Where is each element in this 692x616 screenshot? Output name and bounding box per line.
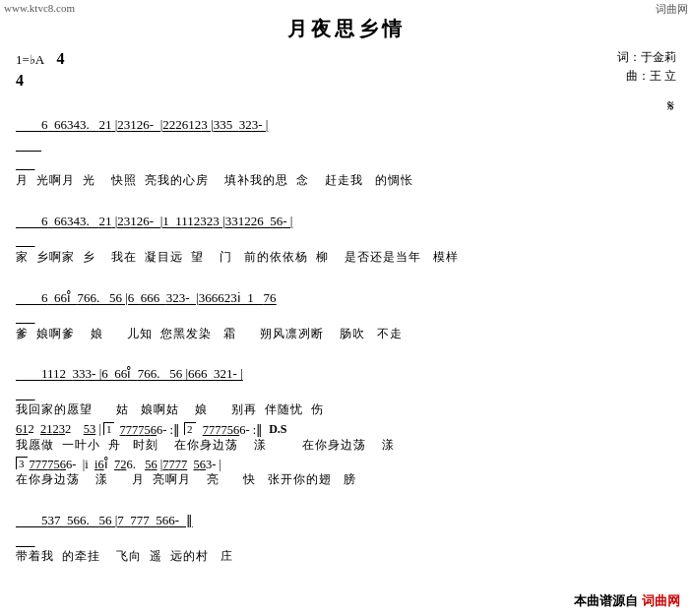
- key-time: 1=♭A 44: [16, 48, 65, 92]
- lyrics-4: 我回家的愿望 姑 娘啊姑 娘 别再 伴随忧 伤: [16, 402, 676, 416]
- line-2: 6 66343. 21 |23126- |1 1112323 |331226 5…: [16, 192, 676, 264]
- credits: 词：于金莉 曲：王 立: [617, 48, 676, 86]
- lyrics-6: 在你身边荡 漾 月 亮啊月 亮 快 张开你的翅 膀: [16, 472, 676, 486]
- notation-5b: 7777566- :‖: [116, 422, 180, 438]
- line-6: 3 7777566- |i i6i̊ 726. 56 |7777 563- | …: [16, 457, 676, 486]
- line-7: 537 566. 56 |7 777 566- ‖ 带着我 的牵挂 飞向 遥 远…: [16, 492, 676, 564]
- notation-7: 537 566. 56 |7 777 566- ‖: [16, 492, 676, 550]
- lyrics-2: 家 乡啊家 乡 我在 凝目远 望 门 前的依依杨 柳 是否还是当年 模样: [16, 250, 676, 264]
- watermark-bar: www.ktvc8.com 词曲网: [0, 2, 692, 17]
- footer-text: 本曲谱源自: [574, 592, 638, 610]
- ds-mark: D.S: [269, 422, 286, 437]
- lyrics-7: 带着我 的牵挂 飞向 遥 远的村 庄: [16, 549, 676, 563]
- lyrics-5: 我愿做 一叶小 舟 时刻 在你身边荡 漾 在你身边荡 漾: [16, 438, 676, 452]
- notation-6: 7777566- |i i6i̊ 726. 56 |7777 563- |: [30, 457, 222, 472]
- lyrics-3: 爹 娘啊爹 娘 儿知 您黑发染 霜 朔风凛冽断 肠吹 不走: [16, 327, 676, 340]
- volta-2: 2: [184, 422, 196, 435]
- watermark-right: 词曲网: [656, 2, 688, 17]
- lyrics-1: 月 光啊月 光 快照 亮我的心房 填补我的思 念 赶走我 的惆怅: [16, 173, 676, 187]
- header-row: 1=♭A 44 词：于金莉 曲：王 立: [10, 48, 682, 96]
- score-body: 6 66343. 21 |23126- |2226123 |335 323- |…: [10, 96, 682, 564]
- notation-5a: 612 21232 53 |: [16, 422, 101, 437]
- line-3: 6 66i̊ 766. 56 |6 666 323- |366623i̇ 1 7…: [16, 269, 676, 340]
- notation-6-container: 3 7777566- |i i6i̊ 726. 56 |7777 563- |: [16, 457, 676, 472]
- volta-1: 1: [103, 422, 115, 435]
- footer-brand: 词曲网: [642, 592, 680, 610]
- notation-1: 6 66343. 21 |23126- |2226123 |335 323- |…: [16, 96, 676, 173]
- page: www.ktvc8.com 词曲网 月夜思乡情 1=♭A 44 词：于金莉 曲：…: [0, 0, 692, 616]
- line-4: 1112 333- |6 66i̊ 766. 56 |666 321- | 我回…: [16, 345, 676, 417]
- line-5: 612 21232 53 | 1 7777566- :‖ 2 7777566- …: [16, 422, 676, 452]
- key-display: 1=♭A: [16, 52, 44, 67]
- volta-3: 3: [16, 457, 28, 469]
- notation-5-container: 612 21232 53 | 1 7777566- :‖ 2 7777566- …: [16, 422, 676, 438]
- lyricist: 词：于金莉: [617, 48, 676, 67]
- notation-3: 6 66i̊ 766. 56 |6 666 323- |366623i̇ 1 7…: [16, 269, 676, 327]
- line-1: 6 66343. 21 |23126- |2226123 |335 323- |…: [16, 96, 676, 187]
- notation-5c: 7777566- :‖: [200, 422, 264, 438]
- composer: 曲：王 立: [617, 67, 676, 86]
- notation-2: 6 66343. 21 |23126- |1 1112323 |331226 5…: [16, 192, 676, 250]
- footer: 本曲谱源自 词曲网: [0, 592, 692, 610]
- notation-4: 1112 333- |6 66i̊ 766. 56 |666 321- |: [16, 345, 676, 403]
- watermark-left: www.ktvc8.com: [4, 2, 75, 17]
